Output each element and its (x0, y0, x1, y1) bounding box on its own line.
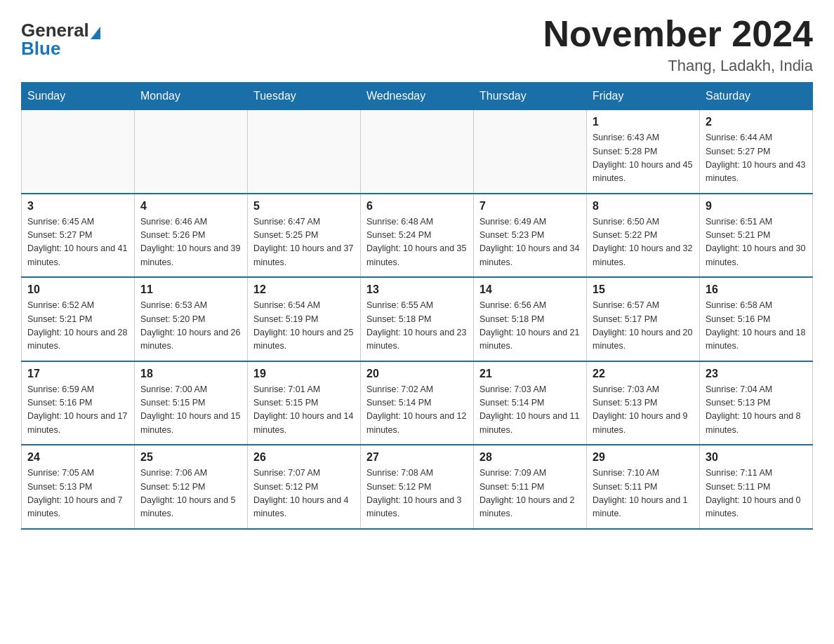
calendar-cell: 14Sunrise: 6:56 AMSunset: 5:18 PMDayligh… (474, 277, 587, 361)
day-number: 2 (706, 116, 807, 128)
day-number: 4 (140, 200, 241, 213)
day-number: 16 (706, 283, 807, 296)
day-info: Sunrise: 6:47 AMSunset: 5:25 PMDaylight:… (253, 215, 355, 270)
calendar-cell: 30Sunrise: 7:11 AMSunset: 5:11 PMDayligh… (700, 445, 813, 529)
weekday-header-row: SundayMondayTuesdayWednesdayThursdayFrid… (22, 83, 813, 110)
calendar-cell (361, 110, 474, 194)
day-info: Sunrise: 6:50 AMSunset: 5:22 PMDaylight:… (593, 215, 694, 270)
day-number: 1 (593, 116, 694, 128)
day-info: Sunrise: 6:53 AMSunset: 5:20 PMDaylight:… (140, 299, 241, 354)
calendar-cell: 10Sunrise: 6:52 AMSunset: 5:21 PMDayligh… (22, 277, 135, 361)
day-number: 9 (706, 200, 807, 213)
day-info: Sunrise: 7:05 AMSunset: 5:13 PMDaylight:… (27, 467, 128, 521)
calendar-cell: 17Sunrise: 6:59 AMSunset: 5:16 PMDayligh… (22, 361, 135, 445)
day-number: 29 (593, 451, 694, 464)
calendar-cell: 9Sunrise: 6:51 AMSunset: 5:21 PMDaylight… (700, 194, 813, 278)
day-number: 11 (140, 283, 241, 296)
day-number: 15 (593, 283, 694, 296)
calendar-cell (248, 110, 361, 194)
day-number: 12 (253, 283, 355, 296)
day-number: 25 (140, 451, 241, 464)
day-info: Sunrise: 6:58 AMSunset: 5:16 PMDaylight:… (706, 299, 807, 354)
calendar-cell: 27Sunrise: 7:08 AMSunset: 5:12 PMDayligh… (361, 445, 474, 529)
day-number: 17 (27, 368, 128, 380)
day-info: Sunrise: 6:54 AMSunset: 5:19 PMDaylight:… (253, 299, 355, 354)
day-info: Sunrise: 6:48 AMSunset: 5:24 PMDaylight:… (366, 215, 468, 270)
weekday-header-friday: Friday (587, 83, 700, 110)
weekday-header-monday: Monday (135, 83, 248, 110)
day-number: 13 (366, 283, 468, 296)
day-number: 18 (140, 368, 241, 380)
calendar-cell: 21Sunrise: 7:03 AMSunset: 5:14 PMDayligh… (474, 361, 587, 445)
day-number: 26 (253, 451, 355, 464)
calendar-cell: 23Sunrise: 7:04 AMSunset: 5:13 PMDayligh… (700, 361, 813, 445)
day-info: Sunrise: 7:02 AMSunset: 5:14 PMDaylight:… (366, 383, 468, 438)
day-info: Sunrise: 6:46 AMSunset: 5:26 PMDaylight:… (140, 215, 241, 270)
day-info: Sunrise: 6:45 AMSunset: 5:27 PMDaylight:… (27, 215, 128, 270)
calendar-cell: 18Sunrise: 7:00 AMSunset: 5:15 PMDayligh… (135, 361, 248, 445)
calendar-cell: 16Sunrise: 6:58 AMSunset: 5:16 PMDayligh… (700, 277, 813, 361)
calendar-cell: 13Sunrise: 6:55 AMSunset: 5:18 PMDayligh… (361, 277, 474, 361)
day-info: Sunrise: 6:44 AMSunset: 5:27 PMDaylight:… (706, 131, 807, 186)
calendar-cell (22, 110, 135, 194)
day-info: Sunrise: 7:07 AMSunset: 5:12 PMDaylight:… (253, 467, 355, 521)
day-info: Sunrise: 7:00 AMSunset: 5:15 PMDaylight:… (140, 383, 241, 438)
location-subtitle: Thang, Ladakh, India (543, 57, 813, 75)
calendar-cell: 11Sunrise: 6:53 AMSunset: 5:20 PMDayligh… (135, 277, 248, 361)
page-header: General Blue November 2024 Thang, Ladakh… (21, 14, 813, 75)
calendar-cell (474, 110, 587, 194)
calendar-cell (135, 110, 248, 194)
calendar-cell: 5Sunrise: 6:47 AMSunset: 5:25 PMDaylight… (248, 194, 361, 278)
weekday-header-sunday: Sunday (22, 83, 135, 110)
day-number: 22 (593, 368, 694, 380)
day-info: Sunrise: 7:03 AMSunset: 5:14 PMDaylight:… (479, 383, 581, 438)
day-info: Sunrise: 7:08 AMSunset: 5:12 PMDaylight:… (366, 467, 468, 521)
day-info: Sunrise: 7:11 AMSunset: 5:11 PMDaylight:… (706, 467, 807, 521)
calendar-cell: 22Sunrise: 7:03 AMSunset: 5:13 PMDayligh… (587, 361, 700, 445)
day-info: Sunrise: 7:09 AMSunset: 5:11 PMDaylight:… (479, 467, 581, 521)
day-number: 20 (366, 368, 468, 380)
day-info: Sunrise: 6:56 AMSunset: 5:18 PMDaylight:… (479, 299, 581, 354)
day-number: 30 (706, 451, 807, 464)
day-info: Sunrise: 6:51 AMSunset: 5:21 PMDaylight:… (706, 215, 807, 270)
day-info: Sunrise: 7:01 AMSunset: 5:15 PMDaylight:… (253, 383, 355, 438)
day-info: Sunrise: 6:43 AMSunset: 5:28 PMDaylight:… (593, 131, 694, 186)
calendar-table: SundayMondayTuesdayWednesdayThursdayFrid… (21, 82, 813, 530)
day-number: 19 (253, 368, 355, 380)
day-number: 28 (479, 451, 581, 464)
calendar-cell: 1Sunrise: 6:43 AMSunset: 5:28 PMDaylight… (587, 110, 700, 194)
day-number: 6 (366, 200, 468, 213)
day-number: 7 (479, 200, 581, 213)
calendar-cell: 15Sunrise: 6:57 AMSunset: 5:17 PMDayligh… (587, 277, 700, 361)
day-info: Sunrise: 6:52 AMSunset: 5:21 PMDaylight:… (27, 299, 128, 354)
calendar-cell: 24Sunrise: 7:05 AMSunset: 5:13 PMDayligh… (22, 445, 135, 529)
weekday-header-tuesday: Tuesday (248, 83, 361, 110)
weekday-header-saturday: Saturday (700, 83, 813, 110)
day-info: Sunrise: 7:03 AMSunset: 5:13 PMDaylight:… (593, 383, 694, 438)
calendar-cell: 12Sunrise: 6:54 AMSunset: 5:19 PMDayligh… (248, 277, 361, 361)
day-number: 21 (479, 368, 581, 380)
day-number: 27 (366, 451, 468, 464)
calendar-cell: 2Sunrise: 6:44 AMSunset: 5:27 PMDaylight… (700, 110, 813, 194)
calendar-cell: 29Sunrise: 7:10 AMSunset: 5:11 PMDayligh… (587, 445, 700, 529)
calendar-week-row: 24Sunrise: 7:05 AMSunset: 5:13 PMDayligh… (22, 445, 813, 529)
calendar-week-row: 3Sunrise: 6:45 AMSunset: 5:27 PMDaylight… (22, 194, 813, 278)
calendar-cell: 19Sunrise: 7:01 AMSunset: 5:15 PMDayligh… (248, 361, 361, 445)
day-number: 8 (593, 200, 694, 213)
month-year-title: November 2024 (543, 14, 813, 54)
logo-general-text: General (21, 21, 89, 39)
day-number: 14 (479, 283, 581, 296)
calendar-cell: 26Sunrise: 7:07 AMSunset: 5:12 PMDayligh… (248, 445, 361, 529)
day-number: 5 (253, 200, 355, 213)
day-info: Sunrise: 6:55 AMSunset: 5:18 PMDaylight:… (366, 299, 468, 354)
day-info: Sunrise: 6:49 AMSunset: 5:23 PMDaylight:… (479, 215, 581, 270)
day-number: 10 (27, 283, 128, 296)
day-number: 23 (706, 368, 807, 380)
day-number: 3 (27, 200, 128, 213)
day-info: Sunrise: 7:06 AMSunset: 5:12 PMDaylight:… (140, 467, 241, 521)
calendar-cell: 6Sunrise: 6:48 AMSunset: 5:24 PMDaylight… (361, 194, 474, 278)
calendar-cell: 20Sunrise: 7:02 AMSunset: 5:14 PMDayligh… (361, 361, 474, 445)
weekday-header-wednesday: Wednesday (361, 83, 474, 110)
calendar-cell: 25Sunrise: 7:06 AMSunset: 5:12 PMDayligh… (135, 445, 248, 529)
day-info: Sunrise: 7:10 AMSunset: 5:11 PMDaylight:… (593, 467, 694, 521)
